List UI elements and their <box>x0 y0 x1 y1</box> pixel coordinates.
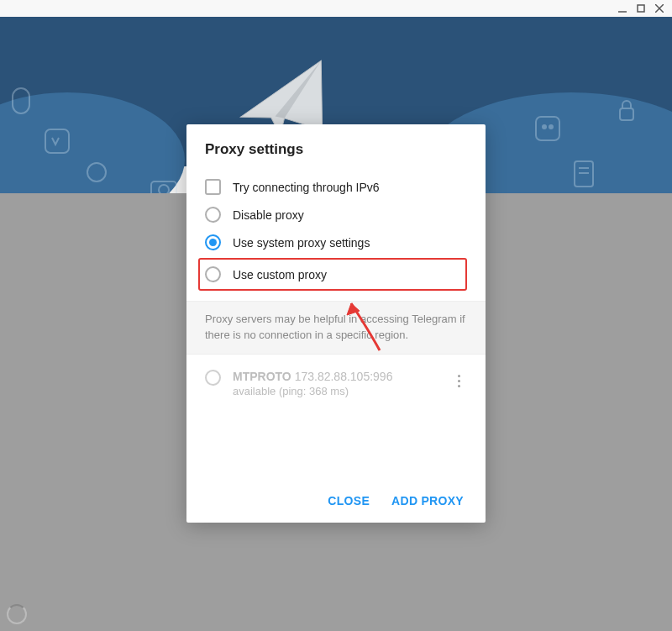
radio-icon <box>205 266 221 282</box>
close-button[interactable]: CLOSE <box>328 494 370 507</box>
options-group: Try connecting through IPv6 Disable prox… <box>186 170 486 301</box>
proxy-status: available (ping: 368 ms) <box>233 385 438 397</box>
proxy-settings-dialog: Proxy settings Try connecting through IP… <box>186 124 486 523</box>
window-titlebar <box>0 0 672 17</box>
option-custom-proxy[interactable]: Use custom proxy <box>198 258 467 291</box>
option-ipv6[interactable]: Try connecting through IPv6 <box>205 173 467 201</box>
radio-selected-icon <box>205 234 221 250</box>
svg-point-6 <box>87 163 106 181</box>
svg-rect-1 <box>638 5 644 12</box>
option-label: Try connecting through IPv6 <box>233 181 380 194</box>
option-label: Disable proxy <box>233 208 304 222</box>
close-icon[interactable] <box>655 1 664 16</box>
option-label: Use custom proxy <box>233 268 327 281</box>
svg-point-11 <box>549 125 553 129</box>
radio-icon <box>205 207 221 223</box>
minimize-icon[interactable] <box>618 1 627 16</box>
proxy-name: MTPROTO <box>233 370 291 383</box>
kebab-menu-icon[interactable] <box>450 370 467 387</box>
svg-rect-12 <box>620 108 633 120</box>
radio-icon <box>205 370 221 386</box>
checkbox-icon <box>205 179 221 195</box>
dialog-title: Proxy settings <box>186 124 486 170</box>
svg-rect-9 <box>536 117 559 140</box>
maximize-icon[interactable] <box>637 1 645 16</box>
option-system-proxy[interactable]: Use system proxy settings <box>205 229 467 256</box>
option-disable-proxy[interactable]: Disable proxy <box>205 201 467 229</box>
loading-spinner-icon <box>7 604 27 624</box>
svg-point-10 <box>543 125 546 129</box>
proxy-address: 173.82.88.105:996 <box>295 370 393 383</box>
svg-rect-7 <box>151 181 176 193</box>
svg-rect-4 <box>13 88 29 113</box>
svg-point-8 <box>159 185 169 193</box>
option-label: Use system proxy settings <box>233 236 370 250</box>
proxy-item[interactable]: MTPROTO 173.82.88.105:996 available (pin… <box>205 365 467 402</box>
add-proxy-button[interactable]: ADD PROXY <box>391 494 464 507</box>
hint-text: Proxy servers may be helpful in accessin… <box>186 301 486 355</box>
proxy-list: MTPROTO 173.82.88.105:996 available (pin… <box>186 355 486 481</box>
dialog-actions: CLOSE ADD PROXY <box>186 481 486 523</box>
